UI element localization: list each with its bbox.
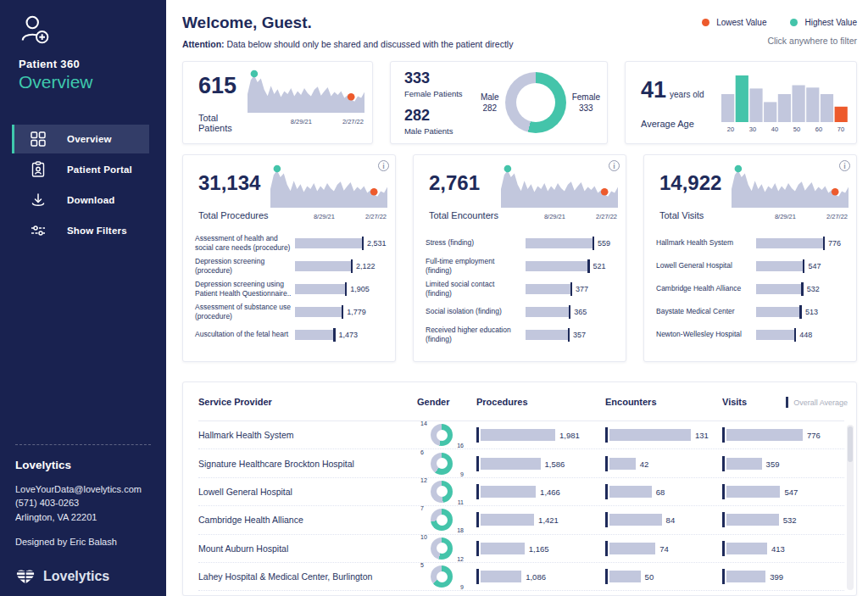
procedures-bar[interactable]: 1,086	[476, 571, 605, 582]
visits-bar[interactable]: 776	[722, 429, 844, 441]
visits-bar-row[interactable]: Newton-Wellesley Hospital448	[656, 323, 846, 346]
procedures-bar[interactable]: 1,466	[476, 486, 605, 498]
column-header-encounters[interactable]: Encounters	[605, 397, 722, 407]
service-provider-table[interactable]: Service Provider Gender Procedures Encou…	[182, 382, 857, 596]
sidebar-item-download[interactable]: Download	[12, 186, 149, 214]
axis-tick-mid: 8/29/21	[314, 213, 335, 220]
encounters-bar[interactable]: 42	[605, 458, 722, 470]
total-patients-card[interactable]: 615 Total Patients 8/29/21 2/27/22	[182, 61, 373, 144]
table-row[interactable]: Lahey Hospital & Medical Center, Burling…	[198, 563, 844, 591]
bar-label: Auscultation of the fetal heart	[195, 330, 295, 338]
scrollbar-thumb[interactable]	[848, 426, 853, 462]
overall-average-tick	[823, 237, 826, 250]
gender-count-1: 7	[420, 505, 424, 511]
table-row[interactable]: Hallmark Health System14161,981131776	[198, 421, 844, 449]
bar-track: 448	[756, 330, 846, 340]
gender-card[interactable]: 333 Female Patients 282 Male Patients Ma…	[390, 61, 608, 144]
column-header-gender[interactable]: Gender	[417, 397, 476, 407]
info-icon[interactable]: i	[839, 160, 850, 171]
total-procedures-card[interactable]: i 31,134 Total Procedures 8/29/21 2/27/2…	[182, 154, 396, 362]
axis-tick-end: 2/27/22	[826, 213, 848, 220]
overall-average-tick	[476, 512, 479, 527]
procedures-bar[interactable]: 1,586	[476, 458, 605, 470]
encounters-trend-chart[interactable]: 8/29/21 2/27/22	[500, 157, 619, 222]
donut-male-label: Male 282	[481, 92, 499, 114]
gender-count-2: 9	[460, 584, 464, 590]
procedures-trend-chart[interactable]: 8/29/21 2/27/22	[270, 157, 388, 222]
overall-average-tick	[605, 512, 608, 527]
procedures-bar-row[interactable]: Auscultation of the fetal heart1,473	[195, 323, 385, 346]
gender-mini-donut[interactable]: 1012	[431, 538, 453, 560]
info-icon[interactable]: i	[609, 160, 620, 171]
table-row[interactable]: Lowell General Hospital12111,46668547	[198, 478, 844, 506]
visits-bar-row[interactable]: Lowell General Hospital547	[656, 254, 846, 277]
visits-bar[interactable]: 399	[722, 571, 844, 582]
bar-track: 513	[756, 307, 846, 317]
age-histogram-chart[interactable]: 203040506070	[721, 71, 849, 134]
axis-tick-end: 2/27/22	[596, 213, 617, 220]
info-icon[interactable]: i	[378, 160, 389, 171]
visits-bar[interactable]: 547	[722, 486, 844, 498]
gender-mini-donut[interactable]: 1211	[431, 481, 453, 503]
bar-track: 1,779	[295, 307, 385, 317]
provider-name: Mount Auburn Hospital	[198, 543, 417, 554]
gender-donut-chart[interactable]: Male 282 Female 333	[481, 72, 600, 133]
encounters-bar-row[interactable]: Received higher education (finding)357	[426, 323, 615, 346]
patients-trend-chart[interactable]: 8/29/21 2/27/22	[247, 62, 365, 143]
app-subtitle: Overview	[19, 72, 166, 92]
table-row[interactable]: Signature Healthcare Brockton Hospital69…	[198, 449, 844, 477]
sidebar-item-show-filters[interactable]: Show Filters	[12, 216, 149, 245]
average-age-card[interactable]: 41years old Average Age 203040506070	[625, 61, 857, 144]
encounters-bar[interactable]: 50	[605, 571, 722, 582]
highest-value-dot	[735, 165, 743, 173]
top-visits-list: Hallmark Health System776Lowell General …	[644, 222, 856, 346]
gender-mini-donut[interactable]: 718	[431, 509, 453, 531]
bar-value: 1,421	[538, 515, 559, 525]
bar-value: 68	[656, 487, 665, 497]
total-visits-card[interactable]: i 14,922 Total Visits 8/29/21 2/27/22 H	[643, 154, 857, 362]
encounters-bar[interactable]: 131	[605, 429, 722, 441]
encounters-bar-row[interactable]: Limited social contact (finding)377	[426, 277, 615, 300]
visits-bar-row[interactable]: Baystate Medical Center513	[656, 300, 846, 323]
table-row[interactable]: Cambridge Health Alliance7181,42184532	[198, 506, 844, 534]
bar-track: 521	[526, 261, 615, 271]
visits-bar[interactable]: 359	[722, 458, 844, 470]
encounters-bar-row[interactable]: Stress (finding)559	[426, 231, 615, 254]
encounters-bar-row[interactable]: Full-time employment (finding)521	[426, 254, 615, 277]
gender-mini-donut[interactable]: 1416	[431, 424, 453, 446]
total-encounters-card[interactable]: i 2,761 Total Encounters 8/29/21 2/27/22	[413, 154, 626, 362]
gender-mini-donut[interactable]: 59	[431, 565, 453, 588]
encounters-bar[interactable]: 68	[605, 486, 722, 498]
procedures-bar-row[interactable]: Assessment of health and social care nee…	[195, 231, 385, 254]
value-bar	[295, 284, 346, 294]
column-header-service-provider[interactable]: Service Provider	[198, 397, 417, 407]
procedures-bar[interactable]: 1,165	[476, 543, 605, 554]
sidebar-item-overview[interactable]: Overview	[12, 125, 149, 153]
table-row[interactable]: Mount Auburn Hospital10121,16574413	[198, 535, 844, 563]
visits-bar[interactable]: 413	[722, 543, 844, 554]
bar-value: 399	[770, 572, 783, 582]
age-bin-bar	[806, 87, 819, 122]
procedures-bar[interactable]: 1,981	[476, 429, 605, 441]
encounters-bar[interactable]: 74	[605, 543, 722, 554]
page-header: Welcome, Guest. Attention: Data below sh…	[182, 14, 857, 49]
column-header-procedures[interactable]: Procedures	[476, 397, 605, 407]
gender-mini-donut[interactable]: 69	[431, 453, 453, 475]
design-credit: Designed by Eric Balash	[15, 537, 151, 547]
provider-name: Lowell General Hospital	[198, 487, 417, 497]
procedures-bar-row[interactable]: Depression screening (procedure)2,122	[195, 254, 385, 277]
encounters-bar[interactable]: 84	[605, 514, 722, 526]
visits-bar-row[interactable]: Hallmark Health System776	[656, 231, 846, 254]
value-bar	[481, 486, 536, 498]
table-scrollbar[interactable]	[847, 425, 854, 590]
procedures-bar-row[interactable]: Assessment of substance use (procedure)1…	[195, 300, 385, 323]
visits-bar-row[interactable]: Cambridge Health Alliance532	[656, 277, 846, 300]
encounters-bar-row[interactable]: Social isolation (finding)365	[426, 300, 615, 323]
overall-average-tick	[362, 237, 364, 250]
visits-trend-chart[interactable]: 8/29/21 2/27/22	[731, 157, 849, 222]
visits-bar[interactable]: 532	[722, 514, 844, 526]
procedures-bar[interactable]: 1,421	[476, 514, 605, 526]
visits-summary: 14,922 Total Visits	[659, 157, 731, 222]
sidebar-item-patient-portal[interactable]: Patient Portal	[12, 155, 149, 184]
procedures-bar-row[interactable]: Depression screening using Patient Healt…	[195, 277, 385, 300]
